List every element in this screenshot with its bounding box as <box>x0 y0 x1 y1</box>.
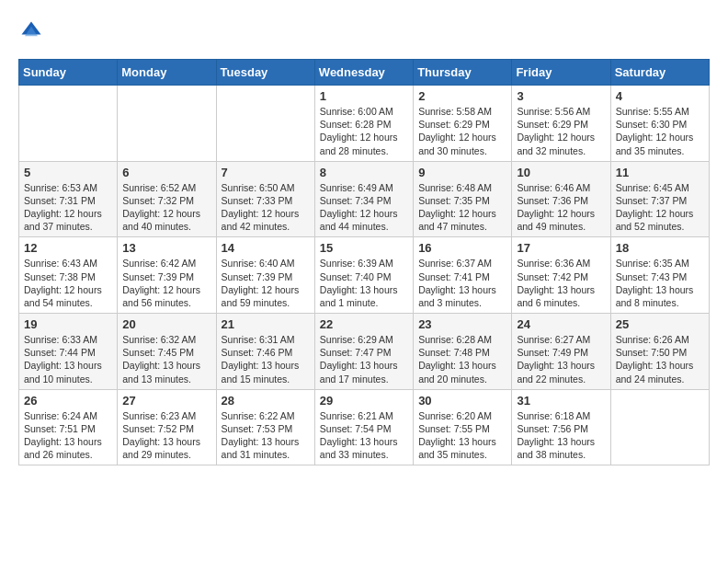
cell-text: Sunrise: 6:42 AM Sunset: 7:39 PM Dayligh… <box>122 257 210 309</box>
calendar-cell: 17Sunrise: 6:36 AM Sunset: 7:42 PM Dayli… <box>512 237 610 314</box>
calendar-week-5: 26Sunrise: 6:24 AM Sunset: 7:51 PM Dayli… <box>19 389 710 465</box>
calendar-cell: 23Sunrise: 6:28 AM Sunset: 7:48 PM Dayli… <box>414 314 512 390</box>
calendar-cell <box>19 86 118 162</box>
cell-text: Sunrise: 6:49 AM Sunset: 7:34 PM Dayligh… <box>320 181 408 234</box>
calendar-cell: 26Sunrise: 6:24 AM Sunset: 7:51 PM Dayli… <box>19 389 118 465</box>
cell-text: Sunrise: 6:43 AM Sunset: 7:38 PM Dayligh… <box>24 257 112 309</box>
calendar-cell: 15Sunrise: 6:39 AM Sunset: 7:40 PM Dayli… <box>314 237 413 314</box>
day-number: 24 <box>517 317 605 331</box>
weekday-header-saturday: Saturday <box>610 60 709 86</box>
cell-text: Sunrise: 6:50 AM Sunset: 7:33 PM Dayligh… <box>222 181 310 234</box>
calendar-cell: 22Sunrise: 6:29 AM Sunset: 7:47 PM Dayli… <box>314 314 413 390</box>
calendar-cell: 13Sunrise: 6:42 AM Sunset: 7:39 PM Dayli… <box>118 237 216 314</box>
cell-text: Sunrise: 6:31 AM Sunset: 7:46 PM Dayligh… <box>222 333 310 385</box>
day-number: 10 <box>517 166 605 179</box>
calendar-cell: 16Sunrise: 6:37 AM Sunset: 7:41 PM Dayli… <box>414 237 512 314</box>
cell-text: Sunrise: 5:58 AM Sunset: 6:29 PM Dayligh… <box>418 105 506 157</box>
calendar-cell: 8Sunrise: 6:49 AM Sunset: 7:34 PM Daylig… <box>314 161 413 237</box>
day-number: 9 <box>418 166 506 179</box>
day-number: 18 <box>616 241 704 255</box>
day-number: 23 <box>418 317 506 331</box>
calendar-cell: 3Sunrise: 5:56 AM Sunset: 6:29 PM Daylig… <box>512 86 610 162</box>
calendar-cell: 25Sunrise: 6:26 AM Sunset: 7:50 PM Dayli… <box>610 314 709 390</box>
weekday-header-monday: Monday <box>118 60 216 86</box>
day-number: 25 <box>616 317 704 331</box>
weekday-header-thursday: Thursday <box>414 60 512 86</box>
calendar-cell: 14Sunrise: 6:40 AM Sunset: 7:39 PM Dayli… <box>216 237 314 314</box>
cell-text: Sunrise: 5:56 AM Sunset: 6:29 PM Dayligh… <box>517 105 605 157</box>
cell-text: Sunrise: 6:53 AM Sunset: 7:31 PM Dayligh… <box>24 181 112 234</box>
cell-text: Sunrise: 6:23 AM Sunset: 7:52 PM Dayligh… <box>122 409 210 462</box>
day-number: 14 <box>222 241 310 255</box>
day-number: 6 <box>122 166 210 179</box>
calendar-cell: 2Sunrise: 5:58 AM Sunset: 6:29 PM Daylig… <box>414 86 512 162</box>
day-number: 7 <box>222 166 310 179</box>
cell-text: Sunrise: 6:39 AM Sunset: 7:40 PM Dayligh… <box>320 257 408 309</box>
calendar-cell: 20Sunrise: 6:32 AM Sunset: 7:45 PM Dayli… <box>118 314 216 390</box>
weekday-header-friday: Friday <box>512 60 610 86</box>
cell-text: Sunrise: 6:48 AM Sunset: 7:35 PM Dayligh… <box>418 181 506 234</box>
day-number: 13 <box>122 241 210 255</box>
cell-text: Sunrise: 6:35 AM Sunset: 7:43 PM Dayligh… <box>616 257 704 309</box>
weekday-header-tuesday: Tuesday <box>216 60 314 86</box>
calendar-cell: 5Sunrise: 6:53 AM Sunset: 7:31 PM Daylig… <box>19 161 118 237</box>
cell-text: Sunrise: 6:21 AM Sunset: 7:54 PM Dayligh… <box>320 409 408 462</box>
day-number: 19 <box>24 317 112 331</box>
logo <box>18 18 48 44</box>
day-number: 3 <box>517 89 605 103</box>
day-number: 21 <box>222 317 310 331</box>
day-number: 11 <box>616 166 704 179</box>
calendar-cell <box>118 86 216 162</box>
calendar-cell: 30Sunrise: 6:20 AM Sunset: 7:55 PM Dayli… <box>414 389 512 465</box>
cell-text: Sunrise: 6:24 AM Sunset: 7:51 PM Dayligh… <box>24 409 112 462</box>
day-number: 20 <box>122 317 210 331</box>
day-number: 16 <box>418 241 506 255</box>
day-number: 15 <box>320 241 408 255</box>
calendar-cell: 6Sunrise: 6:52 AM Sunset: 7:32 PM Daylig… <box>118 161 216 237</box>
cell-text: Sunrise: 6:22 AM Sunset: 7:53 PM Dayligh… <box>222 409 310 462</box>
calendar-cell <box>216 86 314 162</box>
day-number: 28 <box>222 394 310 408</box>
calendar-cell: 31Sunrise: 6:18 AM Sunset: 7:56 PM Dayli… <box>512 389 610 465</box>
day-number: 4 <box>616 89 704 103</box>
cell-text: Sunrise: 6:18 AM Sunset: 7:56 PM Dayligh… <box>517 409 605 462</box>
calendar-cell: 4Sunrise: 5:55 AM Sunset: 6:30 PM Daylig… <box>610 86 709 162</box>
day-number: 2 <box>418 89 506 103</box>
calendar-table: SundayMondayTuesdayWednesdayThursdayFrid… <box>18 59 710 465</box>
day-number: 8 <box>320 166 408 179</box>
cell-text: Sunrise: 6:45 AM Sunset: 7:37 PM Dayligh… <box>616 181 704 234</box>
cell-text: Sunrise: 6:26 AM Sunset: 7:50 PM Dayligh… <box>616 333 704 385</box>
cell-text: Sunrise: 6:46 AM Sunset: 7:36 PM Dayligh… <box>517 181 605 234</box>
cell-text: Sunrise: 6:40 AM Sunset: 7:39 PM Dayligh… <box>222 257 310 309</box>
calendar-week-3: 12Sunrise: 6:43 AM Sunset: 7:38 PM Dayli… <box>19 237 710 314</box>
cell-text: Sunrise: 6:37 AM Sunset: 7:41 PM Dayligh… <box>418 257 506 309</box>
calendar-cell: 28Sunrise: 6:22 AM Sunset: 7:53 PM Dayli… <box>216 389 314 465</box>
calendar-cell: 9Sunrise: 6:48 AM Sunset: 7:35 PM Daylig… <box>414 161 512 237</box>
cell-text: Sunrise: 6:32 AM Sunset: 7:45 PM Dayligh… <box>122 333 210 385</box>
cell-text: Sunrise: 5:55 AM Sunset: 6:30 PM Dayligh… <box>616 105 704 157</box>
calendar-cell: 7Sunrise: 6:50 AM Sunset: 7:33 PM Daylig… <box>216 161 314 237</box>
cell-text: Sunrise: 6:52 AM Sunset: 7:32 PM Dayligh… <box>122 181 210 234</box>
calendar-cell: 27Sunrise: 6:23 AM Sunset: 7:52 PM Dayli… <box>118 389 216 465</box>
calendar-cell <box>610 389 709 465</box>
calendar-week-1: 1Sunrise: 6:00 AM Sunset: 6:28 PM Daylig… <box>19 86 710 162</box>
calendar-week-2: 5Sunrise: 6:53 AM Sunset: 7:31 PM Daylig… <box>19 161 710 237</box>
day-number: 17 <box>517 241 605 255</box>
cell-text: Sunrise: 6:28 AM Sunset: 7:48 PM Dayligh… <box>418 333 506 385</box>
day-number: 12 <box>24 241 112 255</box>
calendar-cell: 18Sunrise: 6:35 AM Sunset: 7:43 PM Dayli… <box>610 237 709 314</box>
day-number: 5 <box>24 166 112 179</box>
calendar-cell: 21Sunrise: 6:31 AM Sunset: 7:46 PM Dayli… <box>216 314 314 390</box>
calendar-cell: 10Sunrise: 6:46 AM Sunset: 7:36 PM Dayli… <box>512 161 610 237</box>
weekday-header-row: SundayMondayTuesdayWednesdayThursdayFrid… <box>19 60 710 86</box>
weekday-header-wednesday: Wednesday <box>314 60 413 86</box>
day-number: 27 <box>122 394 210 408</box>
cell-text: Sunrise: 6:36 AM Sunset: 7:42 PM Dayligh… <box>517 257 605 309</box>
cell-text: Sunrise: 6:29 AM Sunset: 7:47 PM Dayligh… <box>320 333 408 385</box>
calendar-week-4: 19Sunrise: 6:33 AM Sunset: 7:44 PM Dayli… <box>19 314 710 390</box>
day-number: 31 <box>517 394 605 408</box>
day-number: 29 <box>320 394 408 408</box>
calendar-cell: 1Sunrise: 6:00 AM Sunset: 6:28 PM Daylig… <box>314 86 413 162</box>
calendar-cell: 19Sunrise: 6:33 AM Sunset: 7:44 PM Dayli… <box>19 314 118 390</box>
cell-text: Sunrise: 6:33 AM Sunset: 7:44 PM Dayligh… <box>24 333 112 385</box>
